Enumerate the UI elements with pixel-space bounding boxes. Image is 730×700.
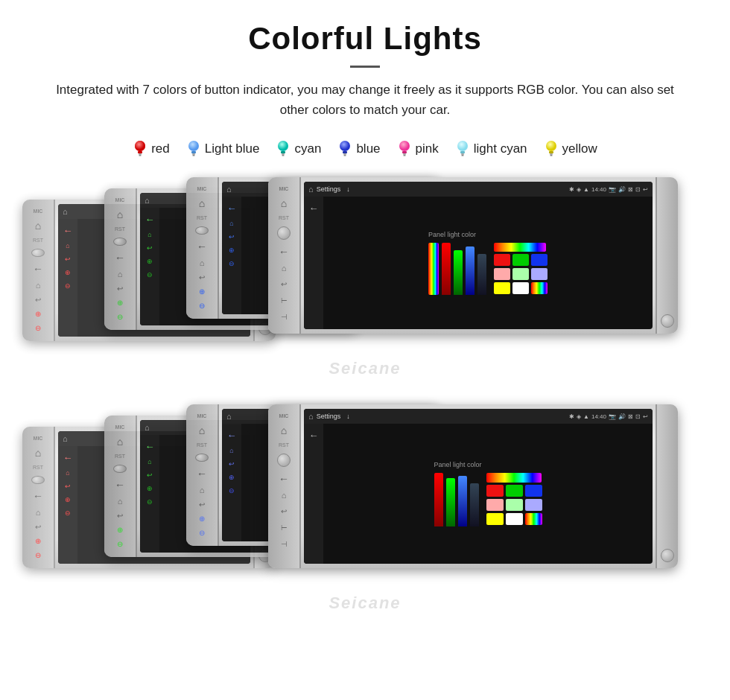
power-2b[interactable]: [113, 465, 127, 473]
swatch-blue3[interactable]: [525, 485, 542, 497]
swatch-yellow2[interactable]: [494, 282, 510, 294]
back-btn[interactable]: ←: [33, 263, 43, 275]
swatch-rainbow-top2[interactable]: [486, 473, 542, 483]
plus-btn-c[interactable]: ⊕: [197, 287, 207, 296]
right-knob-main[interactable]: [661, 314, 674, 328]
home2-btn-b[interactable]: ⌂: [118, 270, 123, 279]
plus-btn-b[interactable]: ⊕: [115, 299, 125, 307]
home-btn[interactable]: ⌂: [35, 220, 41, 232]
svg-point-25: [546, 141, 556, 151]
swatch-red2[interactable]: [486, 485, 504, 497]
prev-main2[interactable]: ⊢: [279, 522, 289, 532]
bulb-icon-lightblue: [186, 139, 201, 159]
back-main2[interactable]: ←: [279, 473, 289, 485]
swatch-rainbow-top[interactable]: [494, 243, 546, 252]
home2-2a[interactable]: ⌂: [36, 508, 41, 517]
svg-point-13: [340, 141, 350, 151]
title-divider: [350, 66, 380, 68]
back-2a[interactable]: ←: [33, 490, 43, 502]
home-2c[interactable]: ⌂: [199, 424, 205, 436]
undo-btn-c[interactable]: ↩: [197, 273, 207, 281]
screen-time2: 14:40: [591, 413, 606, 420]
swatch-lightgreen[interactable]: [512, 268, 529, 280]
swatch-rainbow3[interactable]: [525, 513, 542, 525]
plus-2b[interactable]: ⊕: [115, 526, 125, 534]
home2-2b[interactable]: ⌂: [118, 497, 123, 506]
back-2b[interactable]: ←: [115, 479, 125, 491]
power-main[interactable]: [277, 226, 291, 240]
swatch-yellow3[interactable]: [486, 513, 504, 525]
device-group-1: MIC ⌂ RST ← ⌂ ↩ ⊕ ⊖ ⌂ ←: [0, 174, 730, 393]
undo-2b[interactable]: ↩: [115, 512, 125, 520]
prev-main[interactable]: ⊢: [279, 295, 289, 305]
home-btn-c[interactable]: ⌂: [199, 197, 205, 209]
panel-label2: Panel light color: [434, 461, 482, 468]
screen-body-main2: ← Panel light color: [304, 424, 653, 564]
swatch-green[interactable]: [512, 254, 529, 266]
swatch-pink2[interactable]: [494, 268, 510, 280]
power-2c[interactable]: [195, 454, 209, 462]
undo-btn[interactable]: ↩: [33, 296, 43, 304]
home-main[interactable]: ⌂: [281, 197, 287, 209]
minus-2c[interactable]: ⊖: [197, 529, 207, 537]
next-main[interactable]: ⊣: [279, 311, 289, 322]
svg-rect-28: [550, 155, 552, 156]
home2-main[interactable]: ⌂: [282, 264, 287, 273]
swatch-grid-display: [494, 243, 548, 294]
minus-2b[interactable]: ⊖: [115, 540, 125, 548]
plus-btn[interactable]: ⊕: [33, 310, 43, 318]
home-2a[interactable]: ⌂: [35, 447, 41, 459]
back-2c[interactable]: ←: [197, 468, 207, 480]
home-2b[interactable]: ⌂: [117, 436, 123, 448]
back-btn-b[interactable]: ←: [115, 252, 125, 264]
undo-2c[interactable]: ↩: [197, 500, 207, 509]
swatch-green2[interactable]: [506, 485, 523, 497]
svg-rect-19: [403, 153, 406, 155]
left-bar-main2: MIC ⌂ RST ← ⌂ ↩ ⊢ ⊣: [268, 404, 301, 568]
swatch-white2[interactable]: [506, 513, 523, 525]
home2-2c[interactable]: ⌂: [200, 486, 205, 494]
svg-rect-6: [191, 151, 196, 153]
back-btn-c[interactable]: ←: [197, 241, 207, 252]
undo-main2[interactable]: ↩: [279, 506, 289, 516]
power-main2[interactable]: [277, 454, 291, 467]
swatch-rainbow2[interactable]: [531, 282, 548, 294]
minus-btn-c[interactable]: ⊖: [197, 302, 207, 310]
mic-label: MIC: [34, 209, 43, 214]
home2-btn-c[interactable]: ⌂: [200, 258, 205, 267]
minus-btn-b[interactable]: ⊖: [115, 313, 125, 321]
plus-2c[interactable]: ⊕: [197, 515, 207, 523]
swatch-lg2[interactable]: [506, 499, 523, 511]
power-btn[interactable]: [31, 249, 45, 257]
svg-point-1: [135, 141, 145, 151]
home-btn-b[interactable]: ⌂: [117, 209, 123, 220]
power-btn-b[interactable]: [113, 238, 127, 246]
minus-btn[interactable]: ⊖: [33, 324, 43, 332]
power-2a[interactable]: [31, 476, 45, 484]
power-btn-c[interactable]: [195, 226, 209, 235]
swatch-red[interactable]: [494, 254, 510, 266]
home2-main2[interactable]: ⌂: [282, 491, 287, 500]
minus-2a[interactable]: ⊖: [33, 551, 43, 559]
settings-title2: Settings: [317, 413, 341, 420]
next-main2[interactable]: ⊣: [279, 538, 289, 549]
swatch-lb3[interactable]: [525, 499, 542, 511]
svg-rect-24: [461, 155, 463, 156]
player-body-main2: MIC ⌂ RST ← ⌂ ↩ ⊢ ⊣ ⌂ Settings ↓: [268, 404, 678, 568]
right-knob-main2[interactable]: [661, 549, 674, 562]
back-main[interactable]: ←: [279, 246, 289, 258]
undo-2a[interactable]: ↩: [33, 523, 43, 531]
swatch-blue2[interactable]: [531, 254, 548, 266]
undo-btn-b[interactable]: ↩: [115, 284, 125, 293]
home-main2[interactable]: ⌂: [281, 424, 287, 436]
left-bar-2b: MIC ⌂ RST ← ⌂ ↩ ⊕ ⊖: [104, 416, 137, 557]
bar-red: [442, 243, 451, 295]
undo-main[interactable]: ↩: [279, 279, 289, 289]
swatch-white[interactable]: [512, 282, 529, 294]
panel-color-ui2: Panel light color: [434, 461, 542, 526]
screen-main2: ⌂ Settings ↓ ✱◈▲ 14:40 📷🔊⊠⊡↩ ←: [304, 409, 653, 564]
home2-btn[interactable]: ⌂: [36, 281, 41, 290]
swatch-lightblue2[interactable]: [531, 268, 548, 280]
plus-2a[interactable]: ⊕: [33, 537, 43, 545]
swatch-pink3[interactable]: [486, 499, 504, 511]
